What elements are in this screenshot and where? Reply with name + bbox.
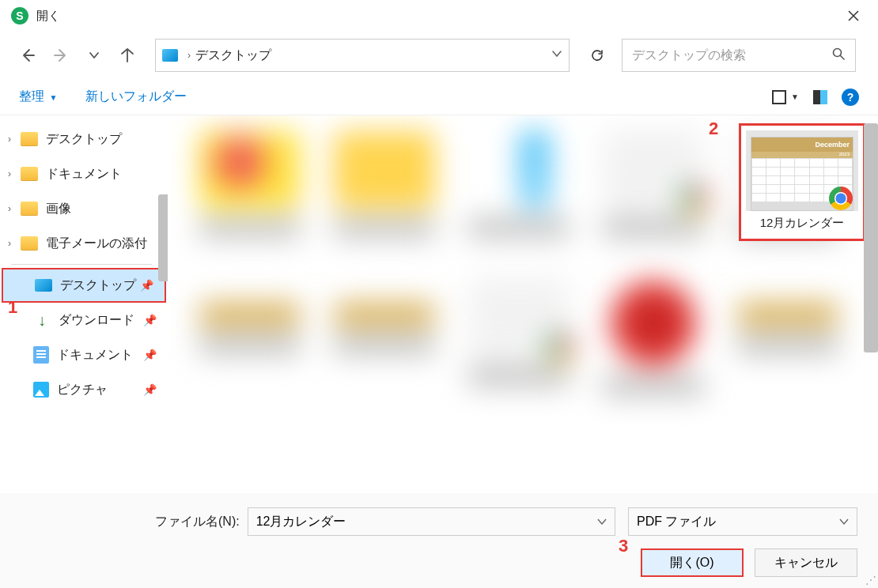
quick-item-label: ダウンロード — [59, 312, 134, 329]
close-icon — [847, 9, 860, 22]
help-button[interactable]: ? — [842, 89, 859, 106]
window-title: 開く — [36, 9, 60, 24]
toolbar: 整理 ▼ 新しいフォルダー ▼ ? — [0, 79, 878, 115]
sidebar-scrollbar[interactable] — [158, 194, 168, 281]
up-button[interactable] — [112, 40, 142, 70]
document-icon — [33, 346, 49, 364]
filename-value: 12月カレンダー — [256, 514, 346, 530]
quick-access-documents[interactable]: ドキュメント📌 — [0, 337, 168, 372]
step-callout-3: 3 — [619, 536, 628, 556]
download-icon: ↓ — [33, 311, 51, 329]
pin-icon: 📌 — [143, 349, 157, 361]
back-button[interactable] — [13, 40, 43, 70]
view-options[interactable]: ▼ — [772, 90, 799, 104]
quick-item-label: ピクチャ — [57, 382, 108, 398]
step-callout-1: 1 — [8, 297, 17, 318]
chevron-right-icon: › — [8, 203, 11, 214]
filename-label: ファイル名(N): — [155, 514, 240, 530]
refresh-icon — [589, 47, 605, 63]
desktop-icon — [162, 49, 178, 62]
search-bar[interactable] — [622, 39, 856, 72]
caret-down-icon: ▼ — [49, 93, 57, 102]
selected-file-thumbnail[interactable]: December 2023 12月カレンダー — [739, 123, 865, 241]
pin-icon: 📌 — [143, 314, 157, 326]
chrome-badge-icon — [829, 187, 853, 210]
folder-icon — [21, 167, 38, 181]
cancel-button[interactable]: キャンセル — [755, 548, 857, 577]
search-input[interactable] — [632, 48, 831, 62]
folder-icon — [21, 236, 38, 251]
desktop-icon — [35, 279, 52, 292]
app-icon-letter: S — [16, 9, 23, 22]
forward-button[interactable] — [46, 40, 76, 70]
quick-access-pictures[interactable]: ピクチャ📌 — [0, 372, 168, 407]
app-icon: S — [11, 7, 28, 24]
resize-grip[interactable]: ⋰ — [865, 574, 876, 586]
preview-pane-button[interactable] — [813, 90, 827, 104]
chevron-down-icon — [89, 50, 100, 61]
chevron-right-icon: › — [8, 134, 11, 145]
calendar-thumb-year: 2023 — [751, 152, 853, 158]
pin-icon: 📌 — [143, 383, 157, 396]
chevron-down-icon — [551, 48, 562, 59]
navigation-bar: › デスクトップ — [0, 32, 878, 79]
arrow-right-icon — [53, 47, 69, 63]
filetype-select[interactable]: PDF ファイル — [628, 507, 857, 536]
filetype-value: PDF ファイル — [637, 514, 716, 530]
bottom-panel: ファイル名(N): 12月カレンダー PDF ファイル 開く(O) キャンセル — [0, 493, 878, 588]
tree-item-documents[interactable]: ›ドキュメント — [0, 156, 168, 191]
arrow-left-icon — [20, 47, 36, 63]
calendar-thumbnail: December 2023 — [751, 137, 853, 211]
title-bar: S 開く — [0, 0, 878, 32]
organize-label: 整理 — [19, 89, 44, 103]
content-scrollbar[interactable] — [864, 123, 878, 352]
folder-icon — [21, 132, 38, 146]
quick-item-label: ドキュメント — [57, 347, 133, 364]
caret-down-icon: ▼ — [791, 92, 799, 101]
tree-item-label: ドキュメント — [46, 166, 122, 183]
filename-input[interactable]: 12月カレンダー — [248, 507, 615, 536]
button-row: 開く(O) キャンセル — [21, 548, 857, 577]
tree-item-pictures[interactable]: ›画像 — [0, 191, 168, 226]
chevron-right-icon: › — [8, 238, 11, 249]
path-dropdown[interactable] — [551, 48, 562, 62]
new-folder-button[interactable]: 新しいフォルダー — [85, 89, 187, 105]
sidebar-divider — [11, 264, 152, 265]
search-icon[interactable] — [831, 47, 846, 64]
path-location: デスクトップ — [195, 47, 271, 64]
recent-dropdown[interactable] — [79, 40, 109, 70]
arrow-up-icon — [119, 47, 135, 63]
step-callout-2: 2 — [709, 119, 718, 139]
quick-access-desktop[interactable]: デスクトップ📌 — [2, 268, 166, 303]
refresh-button[interactable] — [582, 40, 612, 70]
tree-item-label: 電子メールの添付 — [46, 236, 147, 252]
chevron-right-icon: › — [187, 50, 191, 61]
open-button[interactable]: 開く(O) — [641, 548, 744, 577]
close-button[interactable] — [835, 0, 872, 32]
file-content-area: December 2023 12月カレンダー — [168, 115, 878, 471]
organize-menu[interactable]: 整理 ▼ — [19, 89, 57, 105]
quick-item-label: デスクトップ — [60, 277, 136, 294]
main-area: ›デスクトップ ›ドキュメント ›画像 ›電子メールの添付 デスクトップ📌 ↓ダ… — [0, 115, 878, 471]
chevron-right-icon: › — [8, 168, 11, 179]
sidebar: ›デスクトップ ›ドキュメント ›画像 ›電子メールの添付 デスクトップ📌 ↓ダ… — [0, 115, 168, 471]
view-icon — [772, 90, 786, 104]
calendar-thumb-header: December — [751, 138, 853, 152]
picture-icon — [33, 382, 49, 398]
tree-item-label: デスクトップ — [46, 131, 122, 148]
tree-item-label: 画像 — [46, 201, 71, 217]
tree-item-desktop[interactable]: ›デスクトップ — [0, 122, 168, 156]
tree-item-attachments[interactable]: ›電子メールの添付 — [0, 226, 168, 261]
selected-file-label: 12月カレンダー — [746, 211, 858, 234]
chevron-down-icon — [839, 517, 849, 526]
pin-icon: 📌 — [140, 279, 153, 292]
folder-icon — [21, 202, 38, 216]
address-bar[interactable]: › デスクトップ — [155, 39, 570, 72]
chevron-down-icon — [597, 517, 607, 526]
filename-row: ファイル名(N): 12月カレンダー PDF ファイル — [21, 507, 857, 536]
quick-access-downloads[interactable]: ↓ダウンロード📌 — [0, 303, 168, 337]
